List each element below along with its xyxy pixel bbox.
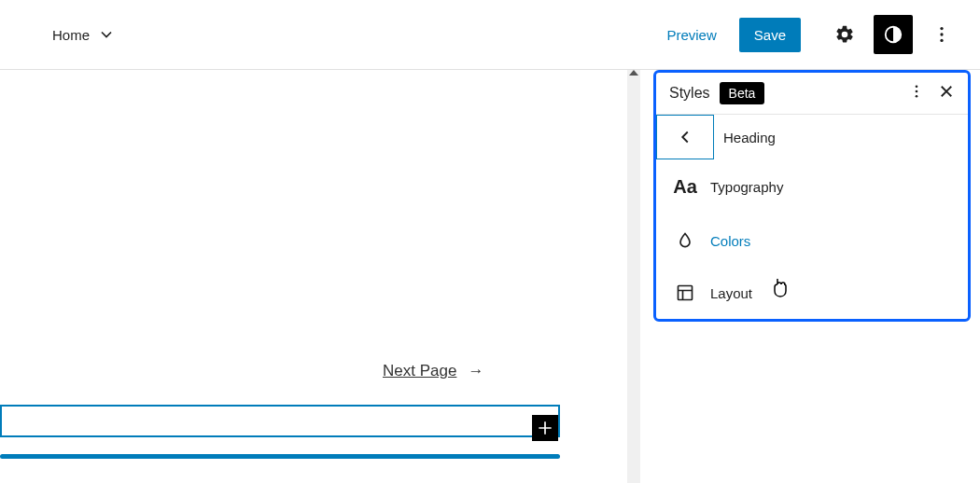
svg-rect-7 bbox=[679, 286, 693, 300]
styles-panel: Styles Beta Heading Aa Typography bbox=[653, 70, 971, 322]
save-button[interactable]: Save bbox=[739, 18, 801, 52]
next-page-label: Next Page bbox=[383, 362, 456, 380]
panel-item-label: Colors bbox=[710, 233, 750, 249]
add-block-button[interactable] bbox=[532, 415, 558, 441]
styles-button[interactable] bbox=[874, 15, 913, 54]
settings-button[interactable] bbox=[825, 15, 864, 54]
plus-icon bbox=[536, 419, 554, 437]
contrast-icon bbox=[883, 24, 903, 45]
more-button[interactable] bbox=[922, 15, 961, 54]
block-inserter-line[interactable] bbox=[0, 454, 560, 459]
typography-icon: Aa bbox=[675, 176, 695, 198]
kebab-icon bbox=[931, 24, 952, 45]
back-button[interactable] bbox=[656, 115, 714, 159]
svg-point-6 bbox=[916, 95, 918, 98]
heading-label: Heading bbox=[723, 130, 776, 145]
page-nav[interactable]: Home bbox=[52, 25, 116, 44]
panel-item-colors[interactable]: Colors bbox=[656, 214, 968, 267]
next-page-link[interactable]: Next Page → bbox=[383, 362, 483, 380]
panel-breadcrumb: Heading bbox=[656, 115, 968, 159]
topbar: Home Preview Save bbox=[0, 0, 980, 70]
panel-more-button[interactable] bbox=[908, 83, 925, 104]
preview-button[interactable]: Preview bbox=[653, 20, 729, 50]
svg-point-5 bbox=[916, 90, 918, 93]
selected-block[interactable] bbox=[0, 405, 560, 437]
gear-icon bbox=[834, 24, 855, 45]
panel-close-button[interactable] bbox=[938, 83, 955, 104]
styles-sidebar: Styles Beta Heading Aa Typography bbox=[653, 70, 971, 322]
svg-point-2 bbox=[940, 33, 943, 35]
beta-badge: Beta bbox=[720, 82, 765, 104]
styles-panel-title: Styles bbox=[669, 85, 710, 102]
scrollbar[interactable] bbox=[627, 70, 640, 483]
panel-item-layout[interactable]: Layout bbox=[656, 267, 968, 319]
drop-icon bbox=[675, 231, 695, 250]
chevron-left-icon bbox=[675, 127, 695, 147]
close-icon bbox=[938, 83, 955, 100]
editor-canvas[interactable]: Next Page → bbox=[0, 70, 640, 483]
home-label: Home bbox=[52, 27, 90, 43]
chevron-down-icon bbox=[97, 25, 116, 44]
svg-point-3 bbox=[940, 39, 943, 42]
svg-point-1 bbox=[940, 27, 943, 30]
panel-item-typography[interactable]: Aa Typography bbox=[656, 159, 968, 214]
layout-icon bbox=[675, 283, 695, 302]
panel-item-label: Layout bbox=[710, 285, 752, 301]
styles-panel-header: Styles Beta bbox=[656, 73, 968, 115]
arrow-right-icon: → bbox=[468, 362, 483, 380]
svg-point-4 bbox=[916, 85, 918, 88]
topbar-actions: Preview Save bbox=[653, 15, 961, 54]
kebab-icon bbox=[908, 83, 925, 100]
panel-item-label: Typography bbox=[710, 179, 783, 195]
